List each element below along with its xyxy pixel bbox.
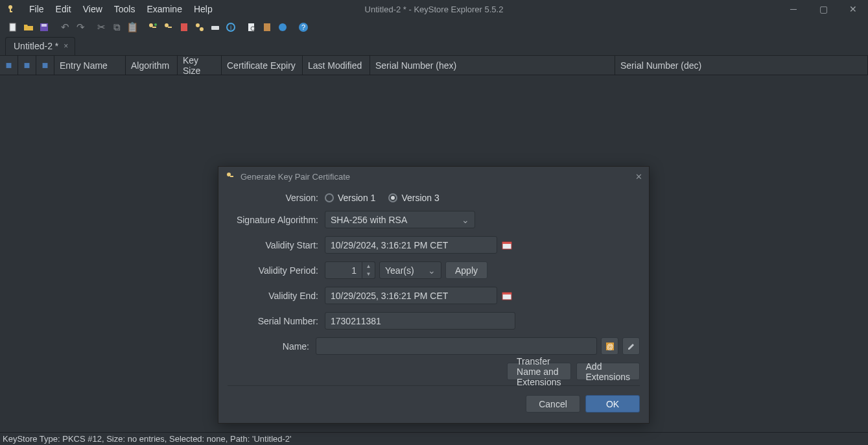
new-icon[interactable] xyxy=(5,19,21,35)
open-icon[interactable] xyxy=(21,19,36,35)
col-serial-dec[interactable]: Serial Number (dec) xyxy=(615,56,868,75)
col-status-icon[interactable] xyxy=(36,56,54,75)
label-validity-period: Validity Period: xyxy=(228,265,325,276)
status-text: KeyStore Type: PKCS #12, Size: no entrie… xyxy=(3,434,292,444)
dialog-icon xyxy=(225,171,235,183)
svg-point-21 xyxy=(299,23,308,32)
svg-point-15 xyxy=(227,23,235,31)
name-builder-icon[interactable]: @ xyxy=(601,337,618,355)
window-close-button[interactable]: ✕ xyxy=(838,0,868,18)
spinner-up-icon[interactable]: ▲ xyxy=(362,262,375,271)
menu-view[interactable]: View xyxy=(77,4,108,14)
radio-version1[interactable]: Version 1 xyxy=(325,193,375,203)
chevron-down-icon: ⌄ xyxy=(428,265,436,276)
svg-rect-23 xyxy=(6,63,12,68)
input-serial[interactable]: 1730211381 xyxy=(325,312,515,330)
examine-ssl-icon[interactable] xyxy=(275,19,290,35)
col-cert-expiry[interactable]: Certificate Expiry xyxy=(222,56,303,75)
label-validity-end: Validity End: xyxy=(228,291,325,301)
label-validity-start: Validity Start: xyxy=(228,240,325,250)
menu-edit[interactable]: Edit xyxy=(50,4,77,14)
svg-rect-19 xyxy=(264,23,270,31)
combo-sigalg[interactable]: SHA-256 with RSA ⌄ xyxy=(325,211,475,228)
svg-rect-5 xyxy=(41,24,47,27)
col-lock-icon[interactable] xyxy=(0,56,18,75)
redo-icon[interactable]: ↷ xyxy=(73,19,88,35)
status-bar: KeyStore Type: PKCS #12, Size: no entrie… xyxy=(0,432,868,445)
col-algorithm[interactable]: Algorithm xyxy=(126,56,178,75)
svg-rect-11 xyxy=(181,23,187,31)
input-name[interactable] xyxy=(316,337,597,355)
col-entry-name[interactable]: Entry Name xyxy=(54,56,126,75)
help-icon[interactable]: ? xyxy=(296,19,311,35)
import-keypair-icon[interactable] xyxy=(192,19,207,35)
input-validity-start[interactable]: 10/29/2024, 3:16:21 PM CET xyxy=(325,236,497,254)
undo-icon[interactable]: ↶ xyxy=(57,19,73,35)
menu-examine[interactable]: Examine xyxy=(141,4,187,14)
main-toolbar: ↶ ↷ ✂ ⧉ 📋 i ? xyxy=(0,18,868,36)
transfer-name-button[interactable]: Transfer Name and Extensions xyxy=(507,363,570,380)
table-header: Entry Name Algorithm Key Size Certificat… xyxy=(0,56,868,75)
generate-keypair-dialog: Generate Key Pair Certificate ✕ Version:… xyxy=(218,166,650,424)
tab-label: Untitled-2 * xyxy=(14,41,58,51)
col-serial-hex[interactable]: Serial Number (hex) xyxy=(370,56,615,75)
calendar-start-icon[interactable] xyxy=(501,239,513,251)
spinner-period[interactable]: 1 ▲▼ xyxy=(325,261,375,279)
label-sigalg: Signature Algorithm: xyxy=(228,215,325,225)
paste-icon[interactable]: 📋 xyxy=(124,19,140,35)
svg-rect-17 xyxy=(248,23,254,31)
svg-point-13 xyxy=(200,27,204,31)
radio-version3[interactable]: Version 3 xyxy=(388,193,439,203)
gen-keypair-icon[interactable] xyxy=(145,19,161,35)
tab-close-icon[interactable]: × xyxy=(64,42,68,51)
svg-rect-4 xyxy=(40,23,48,31)
save-icon[interactable] xyxy=(36,19,52,35)
menu-bar: File Edit View Tools Examine Help xyxy=(0,0,222,18)
col-keysize[interactable]: Key Size xyxy=(178,56,222,75)
copy-icon[interactable]: ⧉ xyxy=(109,19,124,35)
window-max-button[interactable]: ▢ xyxy=(808,0,838,18)
document-tabs: Untitled-2 * × xyxy=(0,36,868,56)
dialog-title: Generate Key Pair Certificate xyxy=(240,172,350,182)
col-type-icon[interactable] xyxy=(18,56,36,75)
label-name: Name: xyxy=(228,341,316,352)
svg-point-26 xyxy=(227,173,231,176)
menu-file[interactable]: File xyxy=(23,4,50,14)
col-last-modified[interactable]: Last Modified xyxy=(303,56,370,75)
svg-rect-30 xyxy=(502,293,511,300)
svg-point-18 xyxy=(251,27,255,30)
tab-untitled2[interactable]: Untitled-2 * × xyxy=(5,37,75,55)
svg-rect-24 xyxy=(25,63,30,68)
import-cert-icon[interactable] xyxy=(176,19,192,35)
gen-secret-icon[interactable] xyxy=(161,19,176,35)
name-edit-icon[interactable] xyxy=(622,337,640,355)
set-password-icon[interactable] xyxy=(207,19,223,35)
window-min-button[interactable]: ─ xyxy=(779,0,808,18)
input-validity-end[interactable]: 10/29/2025, 3:16:21 PM CET xyxy=(325,287,497,304)
label-version: Version: xyxy=(228,193,325,203)
svg-rect-7 xyxy=(152,27,156,28)
svg-text:?: ? xyxy=(301,23,305,31)
ok-button[interactable]: OK xyxy=(585,395,640,413)
calendar-end-icon[interactable] xyxy=(501,290,513,302)
add-extensions-button[interactable]: Add Extensions xyxy=(576,363,640,380)
menu-help[interactable]: Help xyxy=(188,4,218,14)
menu-tools[interactable]: Tools xyxy=(108,4,141,14)
cut-icon[interactable]: ✂ xyxy=(93,19,109,35)
examine-file-icon[interactable] xyxy=(244,19,259,35)
combo-period-unit[interactable]: Year(s)⌄ xyxy=(379,261,441,279)
dialog-close-icon[interactable]: ✕ xyxy=(635,172,642,182)
window-titlebar: File Edit View Tools Examine Help Untitl… xyxy=(0,0,868,18)
svg-rect-27 xyxy=(230,176,233,177)
combo-sigalg-value: SHA-256 with RSA xyxy=(331,215,407,225)
spinner-down-icon[interactable]: ▼ xyxy=(362,271,375,279)
svg-point-8 xyxy=(154,23,157,26)
window-title: Untitled-2 * - KeyStore Explorer 5.5.2 xyxy=(365,5,504,14)
examine-clipboard-icon[interactable] xyxy=(259,19,275,35)
apply-button[interactable]: Apply xyxy=(445,261,487,279)
cancel-button[interactable]: Cancel xyxy=(526,395,580,413)
chevron-down-icon: ⌄ xyxy=(462,215,469,225)
properties-icon[interactable]: i xyxy=(223,19,239,35)
main-content: Generate Key Pair Certificate ✕ Version:… xyxy=(0,75,868,432)
svg-point-12 xyxy=(196,23,200,27)
